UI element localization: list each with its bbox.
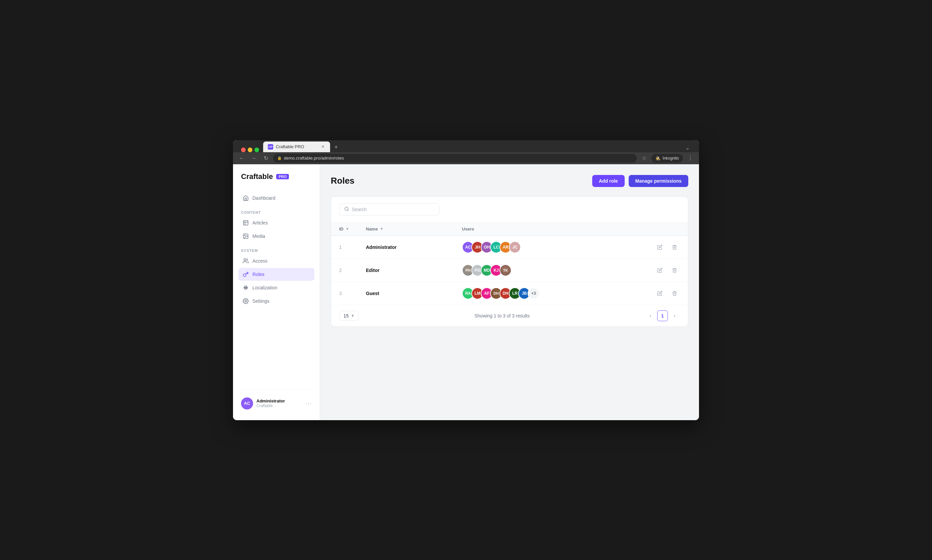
main-content: Roles Add role Manage permissions xyxy=(320,164,699,420)
user-avatar: TK xyxy=(500,264,512,276)
delete-button[interactable] xyxy=(669,265,680,275)
edit-button[interactable] xyxy=(654,242,665,252)
browser-menu-button[interactable]: ⌄ xyxy=(684,143,691,152)
sidebar-item-label-localization: Localization xyxy=(252,285,277,290)
avatar-group: ACJHOHLCARJC xyxy=(462,241,639,253)
prev-page-button[interactable]: ‹ xyxy=(645,311,656,321)
svg-point-8 xyxy=(245,300,247,302)
new-tab-button[interactable]: + xyxy=(332,143,341,152)
table-row: 2EditorPHPGMDKJTK xyxy=(331,258,688,282)
sidebar-item-media[interactable]: Media xyxy=(238,230,314,243)
delete-button[interactable] xyxy=(669,288,680,299)
table-row: 1AdministratorACJHOHLCARJC xyxy=(331,235,688,258)
sidebar-item-label-access: Access xyxy=(252,258,267,264)
per-page-value: 15 xyxy=(344,313,349,318)
localization-icon xyxy=(242,285,249,291)
user-profile[interactable]: AC Administrator Craftable ⋯ xyxy=(238,395,314,412)
user-details: Administrator Craftable xyxy=(256,398,302,408)
role-name: Administrator xyxy=(366,245,397,250)
back-button[interactable]: ← xyxy=(237,154,246,163)
search-box xyxy=(339,203,440,215)
header-actions: Add role Manage permissions xyxy=(592,175,688,187)
active-tab[interactable]: CP Craftable PRO ✕ xyxy=(263,142,330,152)
name-sort-icon: ▼ xyxy=(380,227,383,231)
search-input[interactable] xyxy=(352,207,435,212)
logo-text: Craftable xyxy=(241,172,273,181)
incognito-button[interactable]: 🕵 Inkognito xyxy=(651,154,683,163)
manage-permissions-button[interactable]: Manage permissions xyxy=(629,175,689,187)
content-section-label: CONTENT xyxy=(238,211,314,214)
pagination-info: Showing 1 to 3 of 3 results xyxy=(474,313,529,318)
per-page-select[interactable]: 15 ▼ xyxy=(339,311,359,321)
sidebar-item-label-dashboard: Dashboard xyxy=(252,195,276,201)
sidebar-item-label-articles: Articles xyxy=(252,220,268,226)
role-name: Editor xyxy=(366,268,379,273)
url-text: demo.craftable.pro/admin/roles xyxy=(284,155,344,161)
logo: Craftable PRO xyxy=(238,172,314,181)
row-actions xyxy=(654,288,680,299)
edit-button[interactable] xyxy=(654,265,665,275)
roles-table: ID ▼ Name ▼ Users xyxy=(331,223,688,305)
home-icon xyxy=(242,195,249,202)
table-row: 3GuestRALMAFDHDHLRJB+3 xyxy=(331,282,688,305)
incognito-label: Inkognito xyxy=(662,156,679,161)
user-menu-button[interactable]: ⋯ xyxy=(306,400,312,407)
svg-rect-0 xyxy=(243,220,248,225)
tab-title: Craftable PRO xyxy=(276,144,304,149)
delete-button[interactable] xyxy=(669,242,680,252)
security-icon: 🔒 xyxy=(277,156,282,160)
system-section-label: SYSTEM xyxy=(238,249,314,252)
sidebar-item-roles[interactable]: Roles xyxy=(238,268,314,281)
svg-point-9 xyxy=(345,207,348,210)
row-actions xyxy=(654,265,680,275)
row-id: 1 xyxy=(339,245,342,250)
svg-point-4 xyxy=(244,235,245,235)
traffic-light-green[interactable] xyxy=(255,148,259,152)
page-1-button[interactable]: 1 xyxy=(657,311,668,321)
sidebar-item-label-media: Media xyxy=(252,234,265,239)
roles-icon xyxy=(242,271,249,278)
bookmark-button[interactable]: ☆ xyxy=(639,154,649,163)
id-sort-icon: ▼ xyxy=(346,227,349,231)
pagination-controls: ‹ 1 › xyxy=(645,311,680,321)
next-page-button[interactable]: › xyxy=(669,311,680,321)
sidebar-item-settings[interactable]: Settings xyxy=(238,295,314,308)
media-icon xyxy=(242,233,249,240)
sidebar-item-access[interactable]: Access xyxy=(238,255,314,267)
edit-button[interactable] xyxy=(654,288,665,299)
sidebar-item-articles[interactable]: Articles xyxy=(238,217,314,229)
tab-close-button[interactable]: ✕ xyxy=(320,144,326,149)
users-column-header: Users xyxy=(454,223,647,236)
avatar-extra-count: +3 xyxy=(528,288,540,299)
user-avatar: AC xyxy=(241,397,253,409)
user-name: Administrator xyxy=(256,398,302,403)
browser-options-button[interactable]: ⋮ xyxy=(686,154,695,163)
name-column-header[interactable]: Name ▼ xyxy=(366,226,446,231)
table-footer: 15 ▼ Showing 1 to 3 of 3 results ‹ 1 › xyxy=(331,305,688,326)
id-column-header[interactable]: ID ▼ xyxy=(339,226,350,231)
add-role-button[interactable]: Add role xyxy=(592,175,625,187)
sidebar-item-label-settings: Settings xyxy=(252,298,270,304)
sidebar-item-dashboard[interactable]: Dashboard xyxy=(238,192,314,205)
avatar-group: PHPGMDKJTK xyxy=(462,264,639,276)
forward-button[interactable]: → xyxy=(249,154,258,163)
traffic-light-red[interactable] xyxy=(241,148,246,152)
user-org: Craftable xyxy=(256,403,302,408)
row-actions xyxy=(654,242,680,252)
search-icon xyxy=(344,206,349,212)
sidebar-item-localization[interactable]: Localization xyxy=(238,282,314,294)
per-page-caret-icon: ▼ xyxy=(351,314,355,318)
reload-button[interactable]: ↻ xyxy=(261,154,270,163)
roles-table-card: ID ▼ Name ▼ Users xyxy=(331,196,688,327)
role-name: Guest xyxy=(366,291,379,296)
address-bar[interactable]: 🔒 demo.craftable.pro/admin/roles xyxy=(273,154,637,163)
row-id: 2 xyxy=(339,268,342,273)
row-id: 3 xyxy=(339,291,342,296)
traffic-light-yellow[interactable] xyxy=(248,148,252,152)
user-avatar: JC xyxy=(509,241,521,253)
incognito-icon: 🕵 xyxy=(656,156,660,161)
svg-line-10 xyxy=(347,210,349,211)
access-icon xyxy=(242,258,249,264)
avatar-group: RALMAFDHDHLRJB+3 xyxy=(462,288,639,299)
sidebar-item-label-roles: Roles xyxy=(252,272,264,277)
